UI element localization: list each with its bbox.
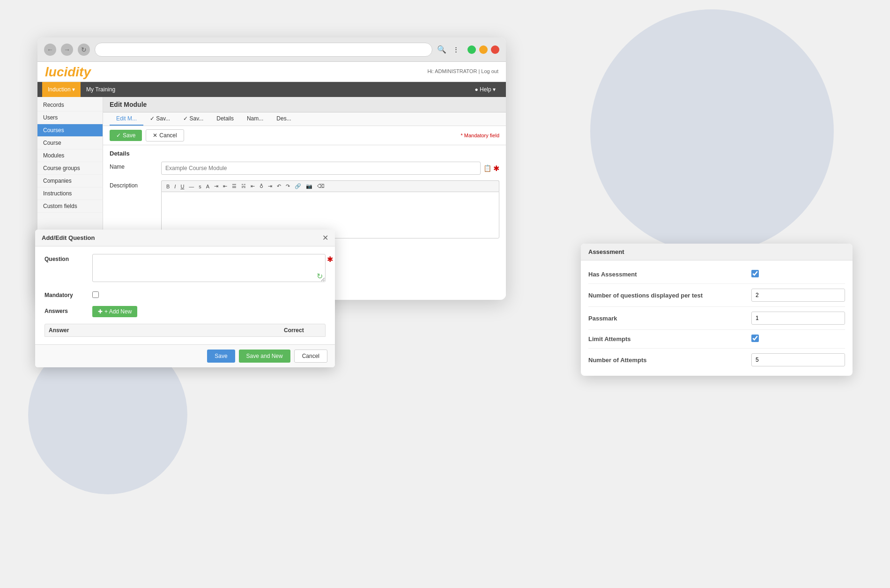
- section-title-details: Details: [110, 150, 499, 157]
- refresh-button[interactable]: ↻: [78, 44, 90, 56]
- tab-save1[interactable]: ✓ Sav...: [143, 112, 177, 126]
- tab-details[interactable]: Details: [210, 112, 240, 126]
- num-questions-input[interactable]: [751, 289, 845, 302]
- traffic-lights: [467, 45, 499, 54]
- mandatory-note: * Mandatory field: [460, 133, 499, 138]
- sidebar-item-courses[interactable]: Courses: [37, 124, 103, 137]
- cancel-button[interactable]: ✕ Cancel: [146, 129, 184, 141]
- rte-bold[interactable]: B: [164, 182, 171, 190]
- rte-align-center[interactable]: ♁: [258, 182, 265, 190]
- rte-undo[interactable]: ↶: [275, 182, 283, 190]
- description-label: Description: [110, 180, 156, 189]
- x-icon: ✕: [153, 132, 157, 139]
- add-new-answer-button[interactable]: ✚ + Add New: [92, 306, 137, 317]
- name-input[interactable]: [161, 162, 481, 175]
- name-mandatory-star: ✱: [493, 164, 499, 173]
- rte-outdent[interactable]: ⇤: [221, 182, 229, 190]
- passmark-label: Passmark: [588, 315, 746, 322]
- rte-fontsize[interactable]: A: [204, 182, 211, 190]
- rte-link[interactable]: 🔗: [293, 182, 303, 190]
- num-questions-value: [751, 289, 845, 302]
- rte-clear[interactable]: ⌫: [315, 182, 326, 190]
- sidebar-item-companies[interactable]: Companies: [37, 175, 103, 187]
- sidebar-item-coursegroups[interactable]: Course groups: [37, 162, 103, 175]
- add-edit-question-modal: Add/Edit Question ✕ Question ↻ ✱ Mandato…: [35, 230, 335, 367]
- tl-yellow: [479, 45, 488, 54]
- modal-save-button[interactable]: Save: [207, 350, 235, 363]
- modal-cancel-button[interactable]: Cancel: [294, 350, 327, 363]
- app-header: lucidity Hi: ADMINISTRATOR | Log out: [37, 62, 506, 82]
- assessment-panel: Assessment Has Assessment Number of ques…: [581, 244, 853, 376]
- mandatory-label: Mandatory: [44, 290, 87, 298]
- app-logo: lucidity: [45, 65, 91, 80]
- rte-ol[interactable]: ☵: [239, 182, 248, 190]
- forward-button[interactable]: →: [61, 44, 73, 56]
- mandatory-checkbox[interactable]: [92, 291, 99, 298]
- browser-menu-icon: ⋮: [453, 46, 459, 53]
- rte-ul[interactable]: ☰: [230, 182, 238, 190]
- limit-attempts-checkbox[interactable]: [751, 335, 759, 342]
- limit-attempts-value: [751, 335, 845, 343]
- sidebar-item-users[interactable]: Users: [37, 112, 103, 124]
- nav-item-mytraining[interactable]: My Training: [81, 82, 121, 97]
- sidebar-item-records[interactable]: Records: [37, 99, 103, 112]
- question-mandatory-star: ✱: [327, 255, 333, 264]
- copy-icon: 📋: [483, 164, 491, 172]
- answers-row: Answers ✚ + Add New: [44, 306, 326, 317]
- save-button[interactable]: ✓ Save: [110, 130, 142, 141]
- refresh-icon: ↻: [317, 272, 323, 281]
- has-assessment-checkbox[interactable]: [751, 270, 759, 277]
- app-top-right: Hi: ADMINISTRATOR | Log out: [427, 68, 498, 74]
- tl-red: [491, 45, 499, 54]
- answer-col-header: Answer: [49, 327, 284, 334]
- num-attempts-label: Number of Attempts: [588, 357, 746, 364]
- tab-des[interactable]: Des...: [270, 112, 297, 126]
- modal-question-title: Add/Edit Question: [42, 234, 95, 241]
- tab-name[interactable]: Nam...: [240, 112, 270, 126]
- address-bar[interactable]: [95, 43, 432, 57]
- passmark-input[interactable]: [751, 312, 845, 325]
- edit-tabs: Edit M... ✓ Sav... ✓ Sav... Details Nam.…: [103, 112, 506, 126]
- edit-toolbar: ✓ Save ✕ Cancel * Mandatory field: [103, 126, 506, 145]
- tl-green: [467, 45, 476, 54]
- limit-attempts-row: Limit Attempts: [588, 330, 845, 349]
- answers-table-header: Answer Correct: [44, 324, 326, 337]
- nav-help[interactable]: ● Help ▾: [469, 86, 501, 93]
- question-textarea[interactable]: [92, 254, 326, 282]
- rte-strikethrough[interactable]: ―: [187, 182, 196, 190]
- num-attempts-input[interactable]: [751, 353, 845, 366]
- edit-module-title: Edit Module: [103, 97, 506, 112]
- answers-label: Answers: [44, 306, 87, 314]
- rte-italic[interactable]: I: [172, 182, 178, 190]
- sidebar-item-modules[interactable]: Modules: [37, 149, 103, 162]
- num-attempts-value: [751, 353, 845, 366]
- rte-image[interactable]: 📷: [304, 182, 314, 190]
- sidebar-item-instructions[interactable]: Instructions: [37, 187, 103, 200]
- sidebar-item-customfields[interactable]: Custom fields: [37, 200, 103, 213]
- rte-align-right[interactable]: ⇥: [266, 182, 274, 190]
- browser-search-icon: 🔍: [437, 45, 446, 54]
- assessment-body: Has Assessment Number of questions displ…: [581, 261, 853, 376]
- rte-align-left[interactable]: ⇤: [249, 182, 257, 190]
- rte-indent[interactable]: ⇥: [212, 182, 220, 190]
- modal-close-button[interactable]: ✕: [322, 233, 328, 242]
- rte-redo[interactable]: ↷: [284, 182, 292, 190]
- has-assessment-label: Has Assessment: [588, 271, 746, 278]
- sidebar-item-course[interactable]: Course: [37, 137, 103, 149]
- num-questions-row: Number of questions displayed per test: [588, 284, 845, 307]
- nav-item-induction[interactable]: Induction ▾: [42, 82, 81, 97]
- question-input-area: ↻ ✱: [92, 254, 326, 283]
- tab-save2[interactable]: ✓ Sav...: [177, 112, 210, 126]
- modal-save-and-new-button[interactable]: Save and New: [239, 350, 290, 363]
- rte-underline[interactable]: U: [178, 182, 186, 190]
- passmark-value: [751, 312, 845, 325]
- back-button[interactable]: ←: [44, 44, 56, 56]
- limit-attempts-label: Limit Attempts: [588, 335, 746, 342]
- tab-edit-m[interactable]: Edit M...: [110, 112, 143, 126]
- rte-sub[interactable]: s: [197, 182, 203, 190]
- app-nav: Induction ▾ My Training ● Help ▾: [37, 82, 506, 97]
- has-assessment-value: [751, 270, 845, 279]
- modal-question-header: Add/Edit Question ✕: [35, 230, 335, 246]
- question-label: Question: [44, 254, 87, 262]
- has-assessment-row: Has Assessment: [588, 265, 845, 284]
